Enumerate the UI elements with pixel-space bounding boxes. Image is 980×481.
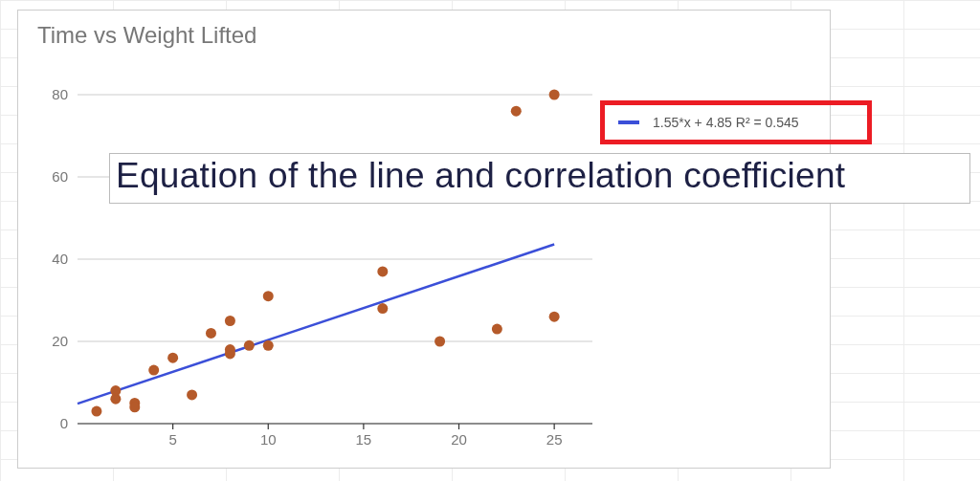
data-point xyxy=(187,389,197,400)
trendline xyxy=(78,245,554,404)
data-point xyxy=(110,385,121,396)
data-point xyxy=(129,402,140,412)
chart-panel: Time vs Weight Lifted 020406080510152025… xyxy=(17,10,831,469)
data-point xyxy=(263,340,274,351)
data-point xyxy=(434,337,445,347)
data-point xyxy=(225,344,235,355)
y-tick-label: 40 xyxy=(52,251,68,267)
scatter-chart-svg: 020406080510152025 xyxy=(18,11,832,470)
y-tick-label: 0 xyxy=(60,415,68,431)
chart-plot-area: 020406080510152025 xyxy=(18,11,830,468)
data-point xyxy=(377,266,388,276)
trendline-legend-box: 1.55*x + 4.85 R² = 0.545 xyxy=(600,100,872,144)
x-tick-label: 10 xyxy=(260,431,277,448)
data-point xyxy=(206,328,216,339)
x-tick-label: 20 xyxy=(451,431,467,448)
y-tick-label: 80 xyxy=(52,86,68,102)
trendline-legend-swatch xyxy=(618,120,639,124)
y-tick-label: 60 xyxy=(52,168,68,185)
data-point xyxy=(549,90,560,100)
data-point xyxy=(549,312,560,322)
x-tick-label: 5 xyxy=(168,431,176,448)
data-point xyxy=(91,406,101,417)
data-point xyxy=(167,353,178,363)
x-tick-label: 25 xyxy=(546,431,563,448)
data-point xyxy=(148,365,159,376)
annotation-label: Equation of the line and correlation coe… xyxy=(109,153,970,204)
data-point xyxy=(492,324,502,335)
data-point xyxy=(244,340,255,351)
data-point xyxy=(263,291,274,301)
data-point xyxy=(511,106,522,117)
data-point xyxy=(225,316,235,326)
y-tick-label: 20 xyxy=(52,333,68,349)
data-point xyxy=(377,303,388,314)
trendline-legend-text: 1.55*x + 4.85 R² = 0.545 xyxy=(653,115,799,130)
x-tick-label: 15 xyxy=(356,431,372,448)
